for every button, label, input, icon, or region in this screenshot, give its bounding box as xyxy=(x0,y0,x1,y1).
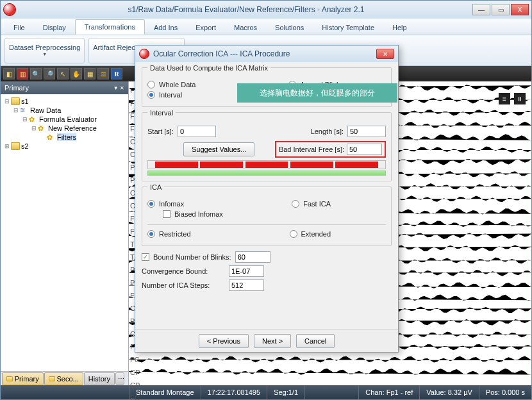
tool-chart-icon[interactable]: ▥ xyxy=(17,68,28,79)
dialog-footer: < Previous Next > Cancel xyxy=(135,329,398,352)
folder-icon xyxy=(11,142,20,150)
dialog-titlebar[interactable]: Ocular Correction ICA --- ICA Procedure … xyxy=(135,46,398,62)
cancel-button[interactable]: Cancel xyxy=(296,334,335,348)
label-whole-data: Whole Data xyxy=(159,81,195,88)
menu-solutions[interactable]: Solutions xyxy=(266,21,313,35)
tree-node-filters[interactable]: ✿Filters xyxy=(3,133,126,142)
status-seg: Seg:1/1 xyxy=(267,385,304,399)
tool-hand-icon[interactable]: ✋ xyxy=(71,68,82,79)
history-tree[interactable]: ⊟s1 ⊟≋Raw Data ⊟✿Formula Evaluator ⊟✿New… xyxy=(1,94,128,371)
radio-interval[interactable] xyxy=(147,91,155,99)
group-legend: Interval xyxy=(147,109,176,117)
tab-overflow[interactable]: ⋯ xyxy=(115,372,124,385)
label-fast-ica: Fast ICA xyxy=(303,200,331,208)
dialog-title: Ocular Correction ICA --- ICA Procedure xyxy=(153,49,376,58)
radio-infomax[interactable] xyxy=(147,200,155,208)
window-title: s1/Raw Data/Formula Evaluator/New Refere… xyxy=(20,5,472,14)
sidebar: Primary ▼ ✕ ⊟s1 ⊟≋Raw Data ⊟✿Formula Eva… xyxy=(1,81,129,385)
tree-node-newref[interactable]: ⊟✿New Reference xyxy=(3,124,126,133)
chevron-down-icon: ▼ ✕ xyxy=(113,85,124,91)
status-value: Value: 8.32 µV xyxy=(419,385,479,399)
gear-icon: ✿ xyxy=(47,133,56,141)
tool-zoom-out-icon[interactable]: 🔎 xyxy=(44,68,55,79)
length-input[interactable] xyxy=(347,126,386,137)
tree-node-rawdata[interactable]: ⊟≋Raw Data xyxy=(3,106,126,115)
status-pos: Pos: 0.000 s xyxy=(479,385,531,399)
tool-grid-icon[interactable]: ▦ xyxy=(84,68,96,79)
tab-history[interactable]: History xyxy=(84,372,115,385)
tree-node-s2[interactable]: ⊞s2 xyxy=(3,142,126,151)
radio-restricted[interactable] xyxy=(147,230,155,238)
tool-pointer-icon[interactable]: ↖ xyxy=(57,68,69,79)
gear-icon: ✿ xyxy=(38,124,47,132)
tool-r-icon[interactable]: R xyxy=(111,68,122,79)
label-conv-bound: Convergence Bound: xyxy=(142,267,225,275)
conv-bound-input[interactable] xyxy=(229,265,264,277)
ica-steps-input[interactable] xyxy=(229,279,264,291)
view-mode-buttons: ≡ ⏸ xyxy=(499,93,526,104)
status-chan: Chan: Fp1 - ref xyxy=(358,385,419,399)
menu-display[interactable]: Display xyxy=(34,21,75,35)
interval-lowbar xyxy=(147,171,386,176)
menu-macros[interactable]: Macros xyxy=(225,21,266,35)
menu-file[interactable]: File xyxy=(4,21,34,35)
menu-history-template[interactable]: History Template xyxy=(313,21,383,35)
menu-transformations[interactable]: Transformations xyxy=(75,19,145,35)
dialog-close-button[interactable]: ✕ xyxy=(376,49,394,59)
tool-navigator-icon[interactable]: ◧ xyxy=(3,68,15,79)
minimize-button[interactable]: — xyxy=(472,4,490,15)
titlebar[interactable]: s1/Raw Data/Formula Evaluator/New Refere… xyxy=(1,1,531,19)
dataset-preprocessing-button[interactable]: Dataset Preprocessing ▼ xyxy=(4,38,85,63)
close-button[interactable]: X xyxy=(511,4,529,15)
status-time: 17:22:17.081495 xyxy=(201,385,267,399)
menu-help[interactable]: Help xyxy=(383,21,416,35)
gear-icon: ✿ xyxy=(29,115,38,123)
label-interval: Interval xyxy=(159,91,182,99)
previous-button[interactable]: < Previous xyxy=(199,334,249,348)
suggest-values-button[interactable]: Suggest Values... xyxy=(183,142,254,156)
app-logo-icon xyxy=(3,3,16,16)
radio-fast-ica[interactable] xyxy=(292,200,299,208)
bad-interval-input[interactable] xyxy=(347,144,382,155)
radio-extended[interactable] xyxy=(290,230,297,238)
check-biased-infomax[interactable] xyxy=(163,210,170,218)
label-extended: Extended xyxy=(301,230,331,238)
label-length: Length [s]: xyxy=(311,128,344,135)
sidebar-tabs: Primary Seco... History ⋯ xyxy=(1,371,128,385)
label-infomax: Infomax xyxy=(159,200,184,208)
wave-icon: ≋ xyxy=(20,106,29,114)
view-list-icon[interactable]: ≡ xyxy=(499,93,510,104)
label-biased-infomax: Biased Infomax xyxy=(174,210,223,218)
next-button[interactable]: Next > xyxy=(254,334,291,348)
sidebar-header[interactable]: Primary ▼ ✕ xyxy=(1,81,128,94)
radio-whole-data[interactable] xyxy=(147,81,155,88)
label-start: Start [s]: xyxy=(147,128,174,135)
label-restricted: Restricted xyxy=(159,230,191,238)
check-bound-blinks[interactable] xyxy=(142,253,149,261)
annotation-callout: 选择脑电数据好，但眨眼多的部分 xyxy=(237,83,397,103)
tool-zoom-in-icon[interactable]: 🔍 xyxy=(30,68,42,79)
tab-secondary[interactable]: Seco... xyxy=(44,372,83,385)
group-legend: ICA xyxy=(147,183,164,191)
tab-primary[interactable]: Primary xyxy=(2,372,44,385)
label-ica-steps: Number of ICA Steps: xyxy=(142,281,225,289)
folder-icon xyxy=(11,97,20,105)
menu-addins[interactable]: Add Ins xyxy=(145,21,187,35)
view-pause-icon[interactable]: ⏸ xyxy=(514,93,526,104)
chevron-down-icon: ▼ xyxy=(42,52,47,57)
group-legend: Data Used to Compute the ICA Matrix xyxy=(147,64,270,72)
tree-node-formula[interactable]: ⊟✿Formula Evaluator xyxy=(3,115,126,124)
ribbon-label: Dataset Preprocessing xyxy=(9,44,80,51)
tool-props-icon[interactable]: ☰ xyxy=(97,68,109,79)
start-input[interactable] xyxy=(178,126,216,137)
maximize-button[interactable]: ▭ xyxy=(492,4,510,15)
group-ica: ICA Infomax Fast ICA Biased Infomax Rest… xyxy=(142,187,392,246)
bad-interval-highlight: Bad Interval Free [s]: xyxy=(275,141,386,158)
app-logo-icon xyxy=(139,49,149,59)
menu-export[interactable]: Export xyxy=(187,21,225,35)
bound-blinks-input[interactable] xyxy=(235,251,270,263)
tree-node-s1[interactable]: ⊟s1 xyxy=(3,97,126,106)
interval-progress[interactable] xyxy=(147,160,386,169)
statusbar: Standard Montage 17:22:17.081495 Seg:1/1… xyxy=(1,385,531,399)
menubar: File Display Transformations Add Ins Exp… xyxy=(1,19,531,35)
